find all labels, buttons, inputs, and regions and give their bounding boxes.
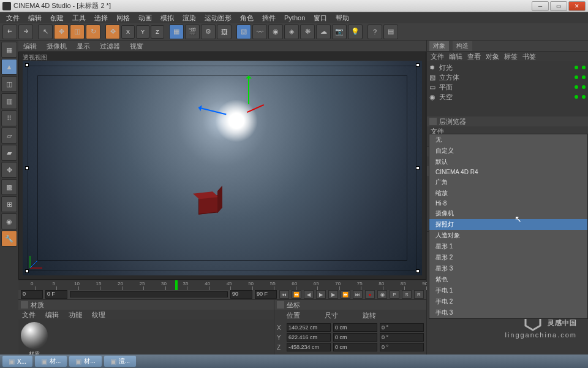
primitive-button[interactable]: ▧ <box>236 25 251 39</box>
y-axis-lock[interactable]: Y <box>136 25 149 39</box>
render-view-button[interactable]: ▦ <box>169 25 184 39</box>
popup-item[interactable]: 摄像机 <box>429 208 587 219</box>
structure-tab[interactable]: 构造 <box>453 41 472 51</box>
menu-文件[interactable]: 文件 <box>2 13 23 23</box>
menu-Python[interactable]: Python <box>281 13 309 22</box>
popup-item[interactable]: 手电 1 <box>429 285 587 296</box>
view-tab[interactable]: 视窗 <box>127 41 146 52</box>
mat-tab[interactable]: 纹理 <box>92 310 105 320</box>
nurbs-button[interactable]: ◉ <box>268 25 283 39</box>
taskbar-item[interactable]: ▣X... <box>2 356 32 367</box>
help-icon[interactable]: ? <box>368 25 382 39</box>
polygon-mode-button[interactable]: ▰ <box>1 145 17 161</box>
visibility-dot[interactable] <box>575 75 578 79</box>
move-tool[interactable]: ✥ <box>54 25 69 39</box>
visibility-dot[interactable] <box>575 66 578 69</box>
render-dot[interactable] <box>582 66 586 69</box>
timeline-scrollbar[interactable] <box>70 291 228 297</box>
popup-item[interactable]: 广角 <box>429 177 587 188</box>
z-axis-lock[interactable]: Z <box>151 25 164 39</box>
autokey-button[interactable]: ◉ <box>377 290 387 299</box>
soft-select-button[interactable]: ◉ <box>1 213 17 229</box>
viewport[interactable]: 透视视图 <box>18 52 426 280</box>
select-tool[interactable]: ↖ <box>38 25 53 39</box>
tweak-button[interactable]: 🔧 <box>1 231 17 247</box>
menu-编辑[interactable]: 编辑 <box>24 13 45 23</box>
key-rot-button[interactable]: R <box>414 290 424 299</box>
goto-end-button[interactable]: ⏭ <box>353 290 363 299</box>
maximize-button[interactable]: ▭ <box>550 1 567 11</box>
goto-start-button[interactable]: ⏮ <box>279 290 289 299</box>
popup-item[interactable]: 无 <box>429 134 587 145</box>
taskbar-item[interactable]: ▣渲... <box>104 356 136 367</box>
snap-button[interactable]: ⊞ <box>1 196 17 212</box>
obj-menu-item[interactable]: 对象 <box>486 52 499 61</box>
popup-item[interactable]: 星形 1 <box>429 241 587 252</box>
rotate-tool[interactable]: ↻ <box>86 25 100 39</box>
mat-tab[interactable]: 编辑 <box>45 310 59 320</box>
key-pos-button[interactable]: P <box>390 290 399 299</box>
popup-item[interactable]: 星形 2 <box>429 252 587 263</box>
visibility-dot[interactable] <box>575 95 578 99</box>
coord-pos-field[interactable]: -458.234 cm <box>287 343 331 351</box>
render-dot[interactable] <box>582 85 586 89</box>
render-button[interactable]: 🎬 <box>185 25 200 39</box>
popup-item[interactable]: CINEMA 4D R4 <box>429 167 587 177</box>
popup-item[interactable]: 星形 3 <box>429 263 587 274</box>
workplane-button[interactable]: ▥ <box>1 93 17 109</box>
handle-icon[interactable] <box>25 166 29 170</box>
next-frame-button[interactable]: ▶ <box>328 290 338 299</box>
layout-button[interactable]: ▤ <box>383 25 398 39</box>
prev-frame-button[interactable]: ◀ <box>304 290 314 299</box>
obj-menu-item[interactable]: 查看 <box>467 52 481 61</box>
object-item[interactable]: ✹灯光 <box>429 63 586 72</box>
key-scale-button[interactable]: S <box>402 290 412 299</box>
menu-运动图形[interactable]: 运动图形 <box>201 13 235 23</box>
timeline-start-field[interactable]: 0 <box>21 290 43 299</box>
object-item[interactable]: ▧立方体 <box>429 72 586 82</box>
taskbar-item[interactable]: ▣材... <box>35 356 67 367</box>
handle-icon[interactable] <box>416 166 420 170</box>
coord-rot-field[interactable]: 0 ° <box>380 323 424 332</box>
material-preview[interactable] <box>21 322 48 349</box>
coord-rot-field[interactable]: 0 ° <box>380 343 424 351</box>
scale-tool[interactable]: ◫ <box>70 25 85 39</box>
minimize-button[interactable]: ─ <box>532 1 549 11</box>
obj-menu-item[interactable]: 编辑 <box>449 52 462 61</box>
popup-item[interactable]: 人造对象 <box>429 230 587 241</box>
x-axis-lock[interactable]: X <box>121 25 135 39</box>
y-axis-gizmo[interactable] <box>248 76 249 104</box>
handle-icon[interactable] <box>416 269 420 273</box>
menu-网格[interactable]: 网格 <box>113 13 134 23</box>
object-item[interactable]: ◉天空 <box>429 92 586 102</box>
popup-item[interactable]: 默认 <box>429 156 587 167</box>
menu-插件[interactable]: 插件 <box>258 13 279 23</box>
timeline-frame-field[interactable]: 0 F <box>45 290 67 299</box>
coord-pos-field[interactable]: 622.416 cm <box>287 333 331 342</box>
view-tab[interactable]: 摄像机 <box>44 41 69 52</box>
prev-key-button[interactable]: ⏪ <box>292 290 301 299</box>
next-key-button[interactable]: ⏩ <box>341 290 350 299</box>
object-list[interactable]: ✹灯光▧立方体▭平面◉天空 <box>427 61 588 117</box>
coord-rot-field[interactable]: 0 ° <box>380 333 424 342</box>
light-button[interactable]: 💡 <box>348 25 363 39</box>
menu-工具[interactable]: 工具 <box>69 13 89 23</box>
timeline-ruler[interactable]: 051015202530354045505560657075808590 <box>18 280 426 290</box>
coord-size-field[interactable]: 0 cm <box>333 323 377 332</box>
popup-item[interactable]: 缩放 <box>429 188 587 199</box>
menu-创建[interactable]: 创建 <box>47 13 67 23</box>
model-mode-button[interactable]: ▲ <box>1 59 17 75</box>
menu-选择[interactable]: 选择 <box>91 13 111 23</box>
menu-动画[interactable]: 动画 <box>135 13 156 23</box>
obj-menu-item[interactable]: 文件 <box>431 52 444 61</box>
coord-size-field[interactable]: 0 cm <box>333 333 377 342</box>
handle-icon[interactable] <box>25 63 29 67</box>
environment-button[interactable]: ☁ <box>316 25 331 39</box>
visibility-dot[interactable] <box>575 85 578 89</box>
enable-axis-button[interactable]: ✥ <box>1 162 17 178</box>
menu-渲染[interactable]: 渲染 <box>179 13 200 23</box>
mat-tab[interactable]: 功能 <box>69 310 82 320</box>
menu-模拟[interactable]: 模拟 <box>157 13 178 23</box>
popup-item[interactable]: 自定义 <box>429 145 587 156</box>
taskbar-item[interactable]: ▣材... <box>69 356 101 367</box>
